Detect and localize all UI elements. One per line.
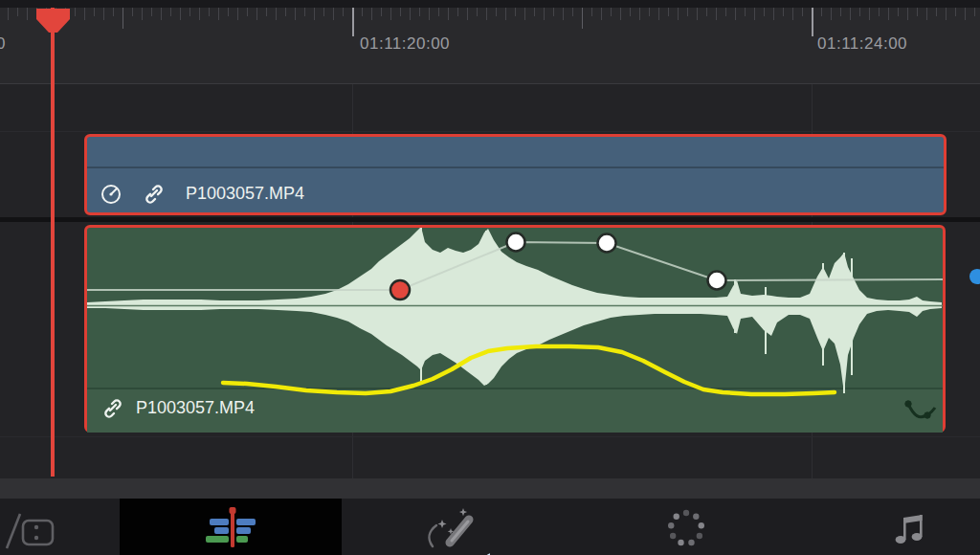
ruler-tick — [467, 8, 468, 20]
ruler-tick — [524, 8, 525, 20]
ruler-tick — [907, 8, 908, 20]
track-boundary — [0, 436, 980, 437]
ruler-tick — [256, 8, 257, 20]
timeline-editor: 0 01:11:20:00 01:11:24:00 P1003057.MP4 — [0, 0, 980, 555]
track-separator — [0, 217, 980, 222]
ruler-tick — [821, 8, 822, 16]
ruler-tick — [199, 8, 200, 20]
ruler-tick — [486, 8, 487, 20]
ruler-tick — [716, 8, 717, 20]
ruler-tick — [323, 8, 324, 16]
ruler-tick — [419, 8, 420, 16]
ruler-tick — [343, 8, 344, 16]
ruler-tick — [812, 8, 813, 36]
ruler-tick — [285, 8, 286, 16]
ruler-tick — [218, 8, 219, 20]
ruler-tick — [170, 8, 171, 16]
ruler-tick — [965, 8, 966, 20]
ruler-tick — [926, 8, 927, 20]
ruler-tick — [697, 8, 698, 20]
audio-clip[interactable]: P1003057.MP4 — [84, 225, 946, 433]
ruler-tick — [496, 8, 497, 16]
ruler-tick — [630, 8, 631, 16]
ruler-tick — [27, 8, 28, 20]
ruler-tick — [735, 8, 736, 20]
ruler-tick — [151, 8, 152, 16]
ruler-tick — [802, 8, 803, 16]
ruler-tick — [725, 8, 726, 16]
ruler-tick — [113, 8, 114, 16]
audio-note-icon[interactable] — [888, 508, 930, 548]
timecode-label: 01:11:24:00 — [817, 34, 907, 54]
top-strip — [0, 0, 980, 8]
ruler-tick — [8, 8, 9, 20]
ruler-tick — [879, 8, 880, 16]
ruler-tick — [859, 8, 860, 16]
ruler-tick — [390, 8, 391, 20]
timecode-label-clipped: 0 — [0, 34, 6, 54]
ruler-tick — [936, 8, 937, 16]
ruler-tick — [582, 8, 583, 29]
ruler-tick — [515, 8, 516, 16]
ruler-tick — [438, 8, 439, 16]
color-dots-icon[interactable] — [664, 506, 708, 550]
video-clip[interactable]: P1003057.MP4 — [84, 134, 947, 215]
audio-clip-name: P1003057.MP4 — [136, 398, 255, 418]
ruler-tick — [180, 8, 181, 20]
ruler-tick — [620, 8, 621, 20]
ruler-tick — [831, 8, 832, 20]
ruler-tick — [917, 8, 918, 16]
ruler-tick — [161, 8, 162, 20]
ruler-tick — [764, 8, 765, 16]
ruler-tick — [678, 8, 679, 20]
curve-icon[interactable] — [899, 395, 941, 428]
ruler-tick — [572, 8, 573, 16]
ruler-tick — [75, 8, 76, 16]
ruler-tick — [448, 8, 449, 20]
ruler-tick — [103, 8, 104, 20]
timecode-label: 01:11:20:00 — [360, 34, 450, 54]
link-icon — [100, 397, 125, 420]
ruler-tick — [189, 8, 190, 16]
ruler-tick — [333, 8, 334, 20]
ruler-tick — [591, 8, 592, 16]
ruler-tick — [505, 8, 506, 20]
ruler-tick — [850, 8, 851, 20]
ruler-tick — [429, 8, 430, 20]
ruler-tick — [400, 8, 401, 16]
ruler-tick — [209, 8, 210, 16]
ruler-tick — [362, 8, 363, 16]
media-clips-icon[interactable] — [0, 508, 59, 552]
ruler-tick — [457, 8, 458, 16]
ruler-tick — [247, 8, 248, 16]
ruler-tick — [132, 8, 133, 16]
track-boundary — [0, 131, 980, 132]
ruler-tick — [649, 8, 650, 16]
timeline-ruler[interactable]: 0 01:11:20:00 01:11:24:00 — [0, 8, 980, 84]
ruler-tick — [314, 8, 315, 20]
ruler-tick — [946, 8, 947, 20]
bottom-strip — [0, 478, 980, 499]
ruler-tick — [658, 8, 659, 20]
effects-wand-icon[interactable] — [425, 504, 490, 555]
ruler-tick — [687, 8, 688, 16]
ruler-tick — [773, 8, 774, 20]
ruler-tick — [228, 8, 229, 16]
ruler-tick — [706, 8, 707, 16]
ruler-tick — [122, 8, 123, 29]
ruler-tick — [898, 8, 899, 16]
edit-timeline-icon[interactable] — [201, 506, 260, 548]
ruler-tick — [534, 8, 535, 16]
ruler-tick — [352, 8, 354, 36]
ruler-tick — [840, 8, 841, 16]
playhead-head[interactable] — [35, 8, 71, 33]
ruler-tick — [955, 8, 956, 16]
link-icon — [142, 183, 167, 206]
playhead-line[interactable] — [51, 8, 55, 477]
ruler-tick — [94, 8, 95, 16]
ruler-tick — [974, 8, 975, 16]
ruler-tick — [783, 8, 784, 16]
ruler-tick — [745, 8, 746, 16]
speed-indicator-icon — [100, 183, 122, 206]
ruler-tick — [477, 8, 478, 16]
